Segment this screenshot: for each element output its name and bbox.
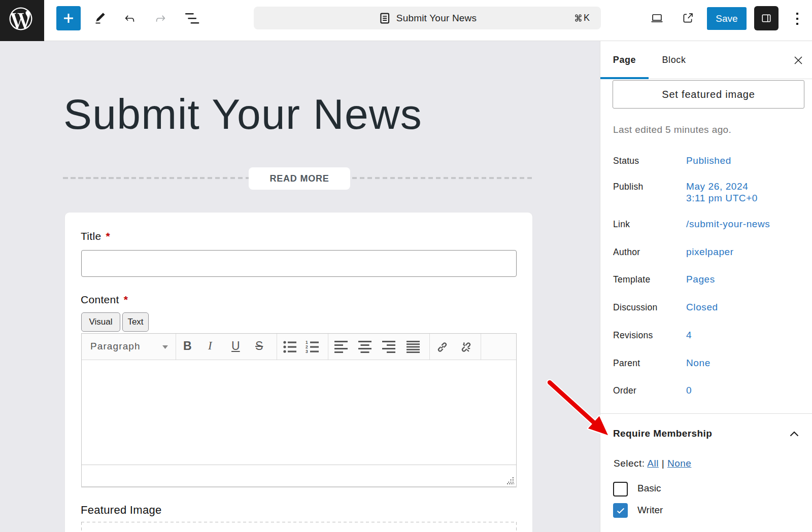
svg-text:3: 3	[306, 349, 308, 353]
